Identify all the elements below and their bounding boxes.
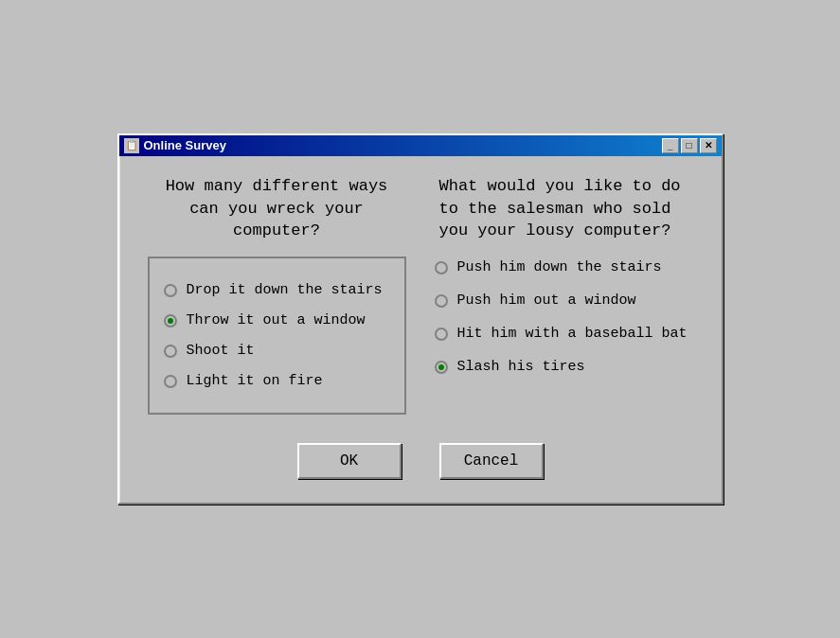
- left-radio-4[interactable]: [164, 375, 177, 388]
- minimize-button[interactable]: _: [662, 138, 679, 153]
- right-option-2[interactable]: Push him out a window: [435, 292, 693, 309]
- left-radio-3[interactable]: [164, 345, 177, 358]
- right-option-2-label: Push him out a window: [457, 292, 636, 309]
- left-option-1[interactable]: Drop it down the stairs: [164, 282, 390, 298]
- left-radio-2[interactable]: [164, 314, 177, 328]
- cancel-button[interactable]: Cancel: [439, 443, 544, 479]
- right-radio-3[interactable]: [435, 328, 448, 341]
- maximize-button[interactable]: □: [681, 138, 698, 153]
- title-bar: 📋 Online Survey _ □ ✕: [119, 135, 722, 156]
- dialog-window: 📋 Online Survey _ □ ✕ How many different…: [117, 133, 724, 505]
- close-button[interactable]: ✕: [700, 138, 717, 153]
- window-body: How many different ways can you wreck yo…: [119, 156, 722, 503]
- right-option-1[interactable]: Push him down the stairs: [435, 259, 693, 275]
- left-option-2[interactable]: Throw it out a window: [164, 312, 390, 328]
- left-question: How many different ways can you wreck yo…: [148, 175, 406, 242]
- left-option-2-label: Throw it out a window: [187, 312, 366, 328]
- right-radio-4[interactable]: [435, 361, 448, 374]
- right-option-4-label: Slash his tires: [457, 359, 585, 375]
- right-option-4[interactable]: Slash his tires: [435, 359, 693, 375]
- left-option-1-label: Drop it down the stairs: [187, 282, 383, 298]
- right-section: What would you like to do to the salesma…: [435, 175, 693, 415]
- title-bar-buttons: _ □ ✕: [662, 138, 717, 153]
- right-radio-group: Push him down the stairs Push him out a …: [435, 259, 693, 375]
- left-radio-1[interactable]: [164, 284, 177, 297]
- left-option-4-label: Light it on fire: [187, 373, 323, 389]
- content-area: How many different ways can you wreck yo…: [148, 175, 693, 415]
- ok-button[interactable]: OK: [297, 443, 402, 479]
- button-area: OK Cancel: [148, 443, 693, 479]
- left-radio-group-box: Drop it down the stairs Throw it out a w…: [148, 257, 406, 415]
- right-radio-2[interactable]: [435, 294, 448, 308]
- window-title: Online Survey: [144, 138, 226, 152]
- right-question: What would you like to do to the salesma…: [435, 175, 693, 242]
- left-option-3[interactable]: Shoot it: [164, 343, 390, 359]
- right-option-3-label: Hit him with a baseball bat: [457, 326, 688, 342]
- right-option-3[interactable]: Hit him with a baseball bat: [435, 326, 693, 342]
- title-bar-left: 📋 Online Survey: [124, 138, 226, 153]
- left-option-4[interactable]: Light it on fire: [164, 373, 390, 389]
- right-option-1-label: Push him down the stairs: [457, 259, 662, 275]
- right-radio-1[interactable]: [435, 261, 448, 275]
- window-icon: 📋: [124, 138, 139, 153]
- left-section: How many different ways can you wreck yo…: [148, 175, 406, 415]
- left-option-3-label: Shoot it: [187, 343, 255, 359]
